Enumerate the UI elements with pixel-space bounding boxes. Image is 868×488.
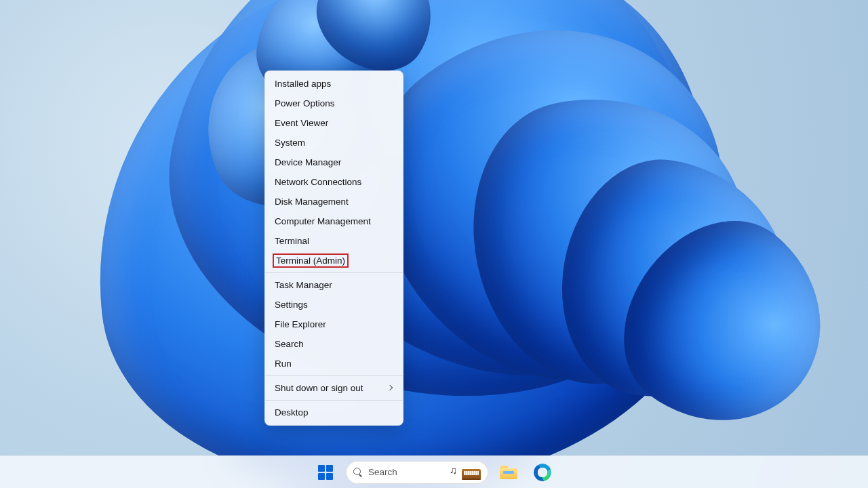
menu-item-terminal[interactable]: Terminal <box>265 231 403 251</box>
menu-item-network-connections-label: Network Connections <box>275 177 361 187</box>
search-doodle <box>450 466 481 479</box>
taskbar: Search <box>0 455 868 488</box>
menu-item-task-manager[interactable]: Task Manager <box>265 275 403 295</box>
menu-separator <box>265 400 403 401</box>
menu-item-settings[interactable]: Settings <box>265 295 403 314</box>
menu-item-search-label: Search <box>275 339 304 349</box>
search-placeholder: Search <box>368 467 397 477</box>
menu-item-terminal-label: Terminal <box>275 236 309 246</box>
menu-item-installed-apps-label: Installed apps <box>275 79 331 89</box>
taskbar-edge[interactable] <box>529 460 556 485</box>
menu-item-file-explorer-label: File Explorer <box>275 319 326 329</box>
start-button[interactable] <box>312 460 339 485</box>
start-icon <box>318 465 333 480</box>
menu-item-settings-label: Settings <box>275 300 308 310</box>
winx-context-menu: Installed appsPower OptionsEvent ViewerS… <box>264 70 403 426</box>
menu-item-computer-management[interactable]: Computer Management <box>265 211 403 231</box>
menu-item-power-options-label: Power Options <box>275 98 335 108</box>
menu-item-event-viewer[interactable]: Event Viewer <box>265 113 403 133</box>
menu-item-disk-management-label: Disk Management <box>275 197 349 207</box>
chevron-right-icon <box>387 385 393 392</box>
menu-item-device-manager-label: Device Manager <box>275 157 341 167</box>
menu-item-search[interactable]: Search <box>265 334 403 354</box>
edge-icon <box>534 464 551 481</box>
menu-item-device-manager[interactable]: Device Manager <box>265 152 403 172</box>
menu-separator <box>265 375 403 376</box>
menu-item-system-label: System <box>275 138 305 148</box>
menu-item-shutdown-signout[interactable]: Shut down or sign out <box>265 378 403 398</box>
taskbar-file-explorer[interactable] <box>495 460 522 485</box>
taskbar-search[interactable]: Search <box>346 461 488 484</box>
menu-item-task-manager-label: Task Manager <box>275 280 332 290</box>
menu-item-run[interactable]: Run <box>265 354 403 373</box>
menu-item-desktop-label: Desktop <box>275 407 309 418</box>
menu-item-power-options[interactable]: Power Options <box>265 94 403 113</box>
menu-separator <box>265 272 403 273</box>
menu-item-terminal-admin[interactable]: Terminal (Admin) <box>265 251 403 270</box>
wallpaper-bloom <box>0 0 868 488</box>
file-explorer-icon <box>500 466 517 479</box>
menu-item-run-label: Run <box>275 359 292 369</box>
menu-item-file-explorer[interactable]: File Explorer <box>265 314 403 334</box>
menu-item-system[interactable]: System <box>265 133 403 152</box>
menu-item-shutdown-signout-label: Shut down or sign out <box>275 383 363 393</box>
menu-item-installed-apps[interactable]: Installed apps <box>265 74 403 94</box>
menu-item-network-connections[interactable]: Network Connections <box>265 172 403 192</box>
search-icon <box>353 468 363 477</box>
music-notes-icon <box>450 466 460 479</box>
piano-icon <box>462 469 481 479</box>
menu-item-event-viewer-label: Event Viewer <box>275 118 328 128</box>
menu-item-disk-management[interactable]: Disk Management <box>265 192 403 211</box>
menu-item-computer-management-label: Computer Management <box>275 216 371 226</box>
menu-item-desktop[interactable]: Desktop <box>265 403 403 422</box>
menu-item-terminal-admin-label: Terminal (Admin) <box>275 256 347 266</box>
